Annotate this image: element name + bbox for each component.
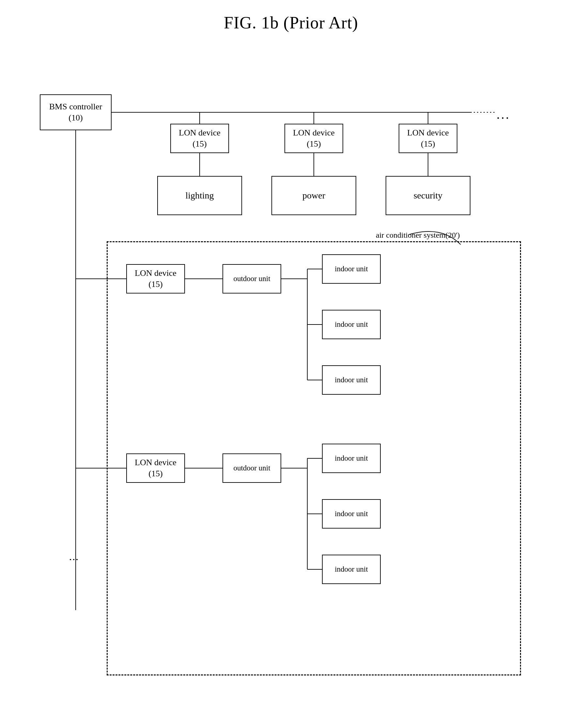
bms-controller-label: BMS controller (10) — [49, 101, 103, 123]
indoor-unit-bottom-1: indoor unit — [322, 444, 381, 473]
indoor-unit-bottom-2-label: indoor unit — [335, 509, 368, 519]
security-label: security — [414, 190, 443, 202]
lon-device-ac1-label: LON device(15) — [135, 268, 176, 290]
page-title: FIG. 1b (Prior Art) — [0, 0, 582, 52]
lon-device-ac1: LON device(15) — [126, 264, 185, 293]
indoor-unit-bottom-2: indoor unit — [322, 499, 381, 528]
outdoor-unit-2-label: outdoor unit — [233, 463, 270, 473]
air-conditioner-label: air conditioner system(20') — [376, 230, 490, 241]
indoor-unit-bottom-3: indoor unit — [322, 555, 381, 584]
indoor-unit-bottom-1-label: indoor unit — [335, 453, 368, 463]
ellipsis-bottom: ⋮ — [68, 555, 80, 565]
outdoor-unit-1-label: outdoor unit — [233, 274, 270, 284]
indoor-unit-bottom-3-label: indoor unit — [335, 565, 368, 574]
lon-device-top-1: LON device(15) — [170, 124, 229, 153]
security-box: security — [386, 176, 470, 215]
indoor-unit-top-2-label: indoor unit — [335, 320, 368, 330]
lon-device-top-3-label: LON device(15) — [407, 127, 449, 150]
power-label: power — [302, 190, 325, 202]
outdoor-unit-1: outdoor unit — [222, 264, 281, 293]
indoor-unit-top-3: indoor unit — [322, 365, 381, 395]
lon-device-ac2-label: LON device(15) — [135, 457, 176, 479]
lighting-label: lighting — [185, 190, 214, 202]
lon-device-top-2: LON device(15) — [284, 124, 343, 153]
indoor-unit-top-1-label: indoor unit — [335, 264, 368, 274]
ellipsis-top: ... — [497, 107, 510, 122]
indoor-unit-top-2: indoor unit — [322, 310, 381, 339]
bms-controller-box: BMS controller (10) — [40, 94, 112, 130]
lon-device-top-3: LON device(15) — [399, 124, 458, 153]
outdoor-unit-2: outdoor unit — [222, 453, 281, 483]
indoor-unit-top-3-label: indoor unit — [335, 375, 368, 385]
lon-device-top-1-label: LON device(15) — [179, 127, 221, 150]
lon-device-top-2-label: LON device(15) — [293, 127, 335, 150]
lon-device-ac2: LON device(15) — [126, 453, 185, 483]
power-box: power — [271, 176, 356, 215]
indoor-unit-top-1: indoor unit — [322, 254, 381, 284]
lighting-box: lighting — [157, 176, 242, 215]
